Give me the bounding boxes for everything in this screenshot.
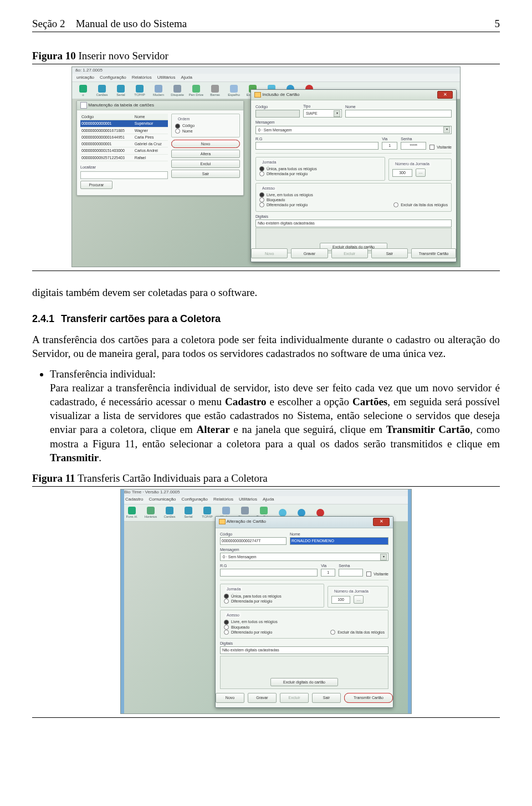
menu-item[interactable]: Utilitários xyxy=(157,75,176,81)
menu-item[interactable]: Configuração xyxy=(181,497,208,503)
menu-item[interactable]: Relatórios xyxy=(213,497,233,503)
table-row[interactable]: 00000000000001Supervisor xyxy=(80,120,168,127)
close-button[interactable]: ✕ xyxy=(373,518,390,526)
menu-item[interactable]: Ajuda xyxy=(263,497,274,503)
nome-input[interactable]: RONALDO FENOMENO xyxy=(290,537,388,545)
acesso-livre-radio[interactable]: Livre, em todos os relógios xyxy=(224,619,323,624)
toolbar-button[interactable]: Disquete xyxy=(170,83,185,98)
jornada-dif-radio[interactable]: Diferenciada por relógio xyxy=(224,599,320,604)
toolbar-button[interactable]: Pen Drive xyxy=(188,83,204,98)
paragraph: digitais também devem ser coletadas para… xyxy=(32,285,500,299)
acesso-excluir-radio[interactable]: Excluir da lista dos relógios xyxy=(330,630,385,635)
dlg-gravar-button[interactable]: Gravar xyxy=(291,248,328,258)
menu-item[interactable]: Utilitários xyxy=(239,497,257,503)
window-border xyxy=(408,489,411,713)
toolbar-button[interactable]: Espelho xyxy=(226,83,242,98)
numjornada-input[interactable]: 100 xyxy=(331,596,350,604)
app-titlebar: ão: 1.27.0005 xyxy=(72,67,460,74)
visitante-check[interactable]: Visitante xyxy=(429,145,452,150)
acesso-livre-radio[interactable]: Livre, em todos os relógios xyxy=(259,192,385,197)
acesso-dif-radio[interactable]: Diferenciado por relógio xyxy=(224,630,323,635)
mensagem-select[interactable]: 0 · Sem Mensagem▾ xyxy=(220,553,388,561)
menu-item[interactable]: Ajuda xyxy=(181,75,192,81)
toolbar-button[interactable]: Modem xyxy=(151,83,166,98)
tipo-select[interactable]: SIAPE▾ xyxy=(303,109,342,118)
acesso-bloq-radio[interactable]: Bloqueado xyxy=(224,625,323,630)
excluir-digitais-button[interactable]: Excluir digitais do cartão xyxy=(270,678,338,686)
app-menubar[interactable]: unicação Configuração Relatórios Utilitá… xyxy=(72,74,460,82)
digitais-status: Não existem digitais cadastradas xyxy=(255,220,452,227)
section-heading-241: 2.4.1Transferir cartões para a Coletora xyxy=(32,313,500,326)
screenshot-figure11: Bio Time · Versão 1.27.0005 Cadastro Com… xyxy=(120,489,412,714)
procurar-button[interactable]: Procurar xyxy=(80,181,112,189)
altera-button[interactable]: Altera xyxy=(171,150,240,158)
dlg-transmitir-button[interactable]: Transmitir Cartão xyxy=(411,248,456,258)
table-row[interactable]: 00000000000001671885Wagner xyxy=(80,127,168,134)
via-input[interactable]: 1 xyxy=(321,569,335,577)
codigo-input[interactable]: 00000000000002747T xyxy=(220,537,287,545)
toolbar-button[interactable]: TCP/IP xyxy=(132,83,147,98)
table-row[interactable]: 00000000092571225403Rafael xyxy=(80,154,168,161)
dlg-excluir-button[interactable]: Excluir xyxy=(331,248,368,258)
nome-input[interactable] xyxy=(345,110,452,118)
app-titlebar: Bio Time · Versão 1.27.0005 xyxy=(121,489,411,496)
table-row[interactable]: 00000000000001Gabriel da Cruz xyxy=(80,141,168,147)
menu-item[interactable]: unicação xyxy=(76,75,94,81)
ordem-codigo-radio[interactable]: Código xyxy=(175,123,236,128)
col-nome: Nome xyxy=(134,114,168,120)
senha-input[interactable]: ***** xyxy=(401,142,426,150)
toolbar-button[interactable]: Serial xyxy=(113,83,129,98)
toolbar-button[interactable]: o xyxy=(75,83,91,98)
localizar-input[interactable] xyxy=(80,171,168,179)
cards-maintenance-panel: Manutenção da tabela de cartões Código N… xyxy=(76,100,244,196)
toolbar-button[interactable]: Horários xyxy=(143,506,158,520)
toolbar-button[interactable]: Func.H. xyxy=(124,506,140,520)
table-row[interactable]: 00000000000151403000Carlos Andrei xyxy=(80,147,168,154)
jornada-unica-radio[interactable]: Única, para todos os relógios xyxy=(259,166,381,171)
dlg-transmitir-button[interactable]: Transmitir Cartão xyxy=(344,693,393,703)
dlg-gravar-button[interactable]: Gravar xyxy=(248,693,277,703)
codigo-input[interactable] xyxy=(255,110,300,118)
novo-button[interactable]: Novo xyxy=(171,140,240,148)
figure11-caption: Figura 11 Transferis Cartão Individuais … xyxy=(32,471,500,485)
toolbar-button[interactable]: Cartões xyxy=(94,83,110,98)
sair-button[interactable]: Sair xyxy=(171,170,240,178)
rg-input[interactable] xyxy=(255,142,378,150)
menu-item[interactable]: Comunicação xyxy=(149,497,176,503)
jornada-unica-radio[interactable]: Única, para todos os relógios xyxy=(224,594,320,599)
close-button[interactable]: ✕ xyxy=(437,91,453,99)
dlg-sair-button[interactable]: Sair xyxy=(371,248,408,258)
app-menubar[interactable]: Cadastro Comunicação Configuração Relató… xyxy=(121,496,411,504)
menu-item[interactable]: Configuração xyxy=(100,75,126,81)
menu-item[interactable]: Relatórios xyxy=(132,75,152,81)
acesso-dif-radio[interactable]: Diferenciado por relógio xyxy=(259,202,385,207)
table-row[interactable]: 00000000000001644951Carla Pires xyxy=(80,134,168,140)
toolbar-button[interactable]: Cartões xyxy=(162,506,177,520)
numjornada-lookup-button[interactable]: … xyxy=(354,595,364,604)
ordem-nome-radio[interactable]: Nome xyxy=(175,129,236,134)
rg-input[interactable] xyxy=(220,569,318,577)
acesso-bloq-radio[interactable]: Bloqueado xyxy=(259,197,385,202)
toolbar-button[interactable]: TCP/IP xyxy=(200,506,215,520)
visitante-check[interactable]: Visitante xyxy=(366,572,388,577)
numjornada-lookup-button[interactable]: … xyxy=(416,169,426,177)
screenshot-figure10: ão: 1.27.0005 unicação Configuração Rela… xyxy=(71,67,461,267)
dlg-excluir-button[interactable]: Excluir xyxy=(280,693,309,703)
jornada-dif-radio[interactable]: Diferenciada por relógio xyxy=(259,171,381,176)
panel-title: Manutenção da tabela de cartões xyxy=(77,101,243,110)
mensagem-select[interactable]: 0 · Sem Mensagem▾ xyxy=(255,126,452,134)
exclui-button[interactable]: Exclui xyxy=(171,160,240,168)
dlg-novo-button[interactable]: Novo xyxy=(251,248,288,258)
running-head: Seção 2 Manual de uso do Sistema 5 xyxy=(32,17,500,32)
dlg-novo-button[interactable]: Novo xyxy=(216,693,244,703)
numjornada-input[interactable]: 300 xyxy=(392,169,412,177)
dlg-sair-button[interactable]: Sair xyxy=(312,693,341,703)
acesso-excluir-radio[interactable]: Excluir da lista dos relógios xyxy=(393,202,448,207)
digitais-box: Excluir digitais do cartão xyxy=(220,656,388,689)
via-input[interactable]: 1 xyxy=(382,142,397,150)
menu-item[interactable]: Cadastro xyxy=(125,497,143,503)
toolbar-button[interactable]: Serial xyxy=(181,506,196,520)
senha-input[interactable] xyxy=(339,569,363,577)
toolbar-button[interactable]: Barras xyxy=(207,83,223,98)
doc-icon xyxy=(80,102,87,109)
